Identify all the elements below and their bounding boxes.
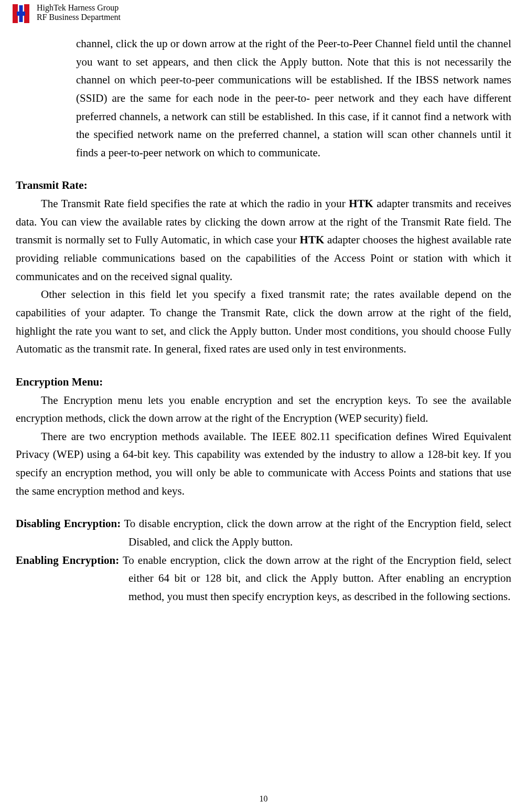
spacer xyxy=(16,162,511,176)
bold-htk: HTK xyxy=(349,197,373,210)
transmit-rate-p1: The Transmit Rate field specifies the ra… xyxy=(16,195,511,285)
company-name: HighTek Harness Group xyxy=(37,3,121,13)
svg-rect-3 xyxy=(19,5,23,22)
section-title-encryption-menu: Encryption Menu: xyxy=(16,373,511,391)
section-title-transmit-rate: Transmit Rate: xyxy=(16,176,511,195)
page-number: 10 xyxy=(0,794,527,804)
continued-paragraph: channel, click the up or down arrow at t… xyxy=(76,35,511,162)
page: HighTek Harness Group RF Business Depart… xyxy=(0,0,527,812)
enabling-encryption-line1: Enabling Encryption: To enable encryptio… xyxy=(16,551,511,606)
encryption-menu-p1: The Encryption menu lets you enable encr… xyxy=(16,391,511,428)
department-name: RF Business Department xyxy=(37,13,121,22)
disabling-encryption-line1: Disabling Encryption: To disable encrypt… xyxy=(16,515,511,551)
company-header-text: HighTek Harness Group RF Business Depart… xyxy=(37,2,121,22)
disabling-encryption-label: Disabling Encryption: xyxy=(16,517,121,530)
disabling-encryption-text: To disable encryption, click the down ar… xyxy=(121,517,511,548)
spacer xyxy=(16,500,511,515)
bold-htk: HTK xyxy=(300,233,325,246)
page-header: HighTek Harness Group RF Business Depart… xyxy=(5,0,522,25)
company-logo-icon xyxy=(9,2,33,25)
text-run: The Transmit Rate field specifies the ra… xyxy=(41,197,349,210)
spacer xyxy=(16,358,511,373)
transmit-rate-p2: Other selection in this field let you sp… xyxy=(16,285,511,358)
enabling-encryption-label: Enabling Encryption: xyxy=(16,554,119,567)
page-content: channel, click the up or down arrow at t… xyxy=(5,25,522,606)
encryption-menu-p2: There are two encryption methods availab… xyxy=(16,428,511,500)
enabling-encryption-text: To enable encryption, click the down arr… xyxy=(119,554,511,603)
